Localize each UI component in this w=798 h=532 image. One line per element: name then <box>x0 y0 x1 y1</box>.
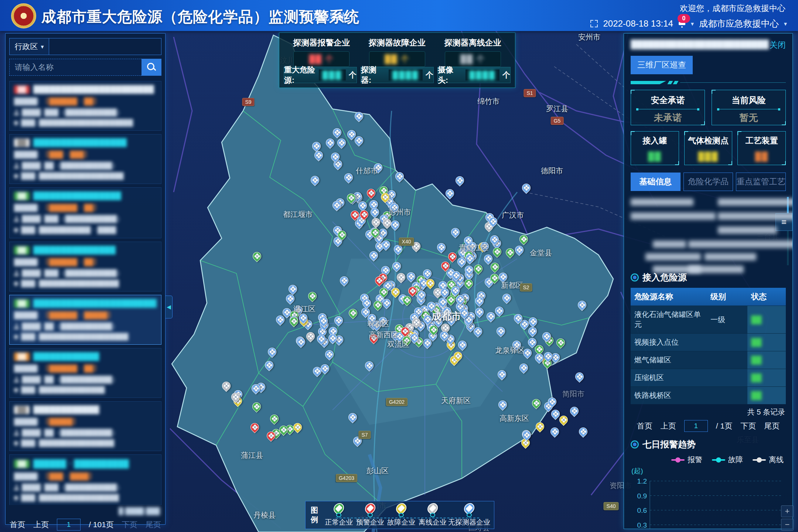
system-nav-button[interactable]: 系统导航 <box>302 11 346 23</box>
enterprise-name: ████████████ <box>33 352 99 361</box>
hazard-pagination: 首页 上页 / 1页 下页 尾页 <box>631 417 786 435</box>
enterprise-name: ███████████████████████ <box>33 299 157 308</box>
page-number-input[interactable] <box>57 519 81 531</box>
road-number-badge: S9 <box>242 98 254 106</box>
location-pin-icon <box>14 495 19 501</box>
search-icon <box>147 63 154 70</box>
status-badge: ██ <box>14 192 30 200</box>
enterprise-list-item[interactable]: ████████・███████████████:【███・████】████:… <box>9 454 161 505</box>
enterprise-list: █████████████████████████████:【██████・██… <box>9 81 161 505</box>
redacted-info-text <box>645 253 701 260</box>
enterprise-list-item[interactable]: █████████████████████████████:【██████・██… <box>9 81 161 131</box>
table-row[interactable]: 视频接入点位██ <box>631 334 786 351</box>
first-page-button[interactable]: 首页 <box>10 519 25 530</box>
status-badge: ██ <box>14 246 30 255</box>
map-city-label: 什邡市 <box>356 166 378 176</box>
redacted-info-text <box>705 253 756 260</box>
redacted-info-text <box>631 212 716 220</box>
notification-bell[interactable]: 0 <box>678 18 686 29</box>
scrollbar[interactable] <box>787 197 789 265</box>
sidebar-collapse-button[interactable]: ◀ <box>166 296 173 318</box>
map-city-label: 高新西区 <box>369 330 398 340</box>
detail-tab-2[interactable]: 重点监管工艺 <box>736 173 786 191</box>
trend-chart: 00.30.60.91.28-128-138-148-158-168-178-1… <box>631 476 786 529</box>
enterprise-list-item[interactable]: ███████████████████████:【██████・██】████:… <box>9 187 161 238</box>
location-pin-icon <box>14 334 19 340</box>
legend-item[interactable]: 故障 <box>712 455 743 465</box>
map-city-label: 彭州市 <box>389 207 411 217</box>
enterprise-list-item[interactable]: ██████████████████████████████:【██████・█… <box>9 295 161 345</box>
location-pin-icon <box>14 173 19 179</box>
last-page-button[interactable]: 尾页 <box>146 519 161 530</box>
first-page-button[interactable]: 首页 <box>637 421 652 431</box>
legend-item: 正常企业 <box>323 503 355 527</box>
map-city-label: 都江堰市 <box>283 209 313 219</box>
road-number-badge: G4202 <box>386 398 407 406</box>
detail-panel: ████████████████████████ 关闭 三维厂区巡查 安全承诺未… <box>624 33 793 529</box>
detail-tab-0[interactable]: 基础信息 <box>631 173 681 191</box>
page-number-input[interactable] <box>684 420 708 432</box>
map-city-label: 德阳市 <box>541 166 563 176</box>
close-button[interactable]: 关闭 <box>770 40 786 51</box>
grid-icon <box>302 13 308 21</box>
legend-item: 故障企业 <box>386 503 417 527</box>
sidebar-record-count: █ ████ ███ <box>9 507 160 515</box>
hazard-section-header: 接入危险源 <box>631 272 786 283</box>
status-badge: ██ <box>14 139 30 147</box>
patrol-3d-button[interactable]: 三维厂区巡查 <box>631 56 693 74</box>
system-nav-label: 系统导航 <box>312 11 346 23</box>
enterprise-list-item[interactable]: ███████████████████:【██████・██】████: ██（… <box>9 348 161 398</box>
legend-item[interactable]: 报警 <box>671 455 702 465</box>
trend-chart-legend: 报警故障离线 <box>633 455 784 465</box>
location-pin-icon <box>14 120 19 126</box>
detail-tab-1[interactable]: 危险化学品 <box>683 173 733 191</box>
map-zoom-out-button[interactable]: − <box>781 519 794 531</box>
svg-text:0.3: 0.3 <box>637 521 647 529</box>
enterprise-list-item[interactable]: ██████████████████████:【██████・██】████: … <box>9 242 161 291</box>
map-city-label: 双流区 <box>387 340 409 349</box>
prev-page-button[interactable]: 上页 <box>661 421 676 431</box>
district-filter-dropdown[interactable]: 行政区 ▾ <box>10 38 49 55</box>
location-pin-icon <box>14 440 19 446</box>
stats-column: 探测器故障企业██ 个 <box>359 36 435 67</box>
search-input[interactable] <box>9 59 141 76</box>
map-zoom-in-button[interactable]: + <box>781 505 794 517</box>
legend-item: 离线企业 <box>417 503 449 527</box>
enterprise-list-item[interactable]: ███████████████████:【█████】████: ██（████… <box>9 401 161 451</box>
fullscreen-icon[interactable] <box>590 20 598 27</box>
table-row[interactable]: 压缩机区██ <box>631 369 786 387</box>
chevron-down-icon[interactable]: ▾ <box>784 20 787 27</box>
stats-column: 探测器离线企业██ 个 <box>435 36 511 67</box>
next-page-button[interactable]: 下页 <box>122 519 137 530</box>
legend-item[interactable]: 离线 <box>753 455 784 465</box>
enterprise-name: ██████████████████████ <box>33 85 154 94</box>
location-pin-icon <box>14 227 19 233</box>
person-icon <box>14 216 19 222</box>
legend-item: 无探测器企业 <box>448 503 490 527</box>
road-number-badge: S7 <box>358 431 371 439</box>
prev-page-button[interactable]: 上页 <box>33 519 49 530</box>
org-dropdown[interactable]: 成都市应急救援中心 <box>699 18 779 30</box>
search-button[interactable] <box>141 59 161 76</box>
map-city-label: 安州市 <box>578 32 600 42</box>
enterprise-name: █████████████████ <box>33 138 127 147</box>
map-city-label: 天府新区 <box>441 396 471 406</box>
redacted-info-text <box>631 198 693 206</box>
map-city-label: 龙泉驿区 <box>495 345 525 355</box>
table-row[interactable]: 液化石油气储罐区单元一级██ <box>631 306 786 334</box>
app-logo-icon <box>11 3 36 28</box>
basic-info-section: ≡ <box>631 197 786 268</box>
map-city-label: 绵竹市 <box>477 96 499 106</box>
district-filter-value[interactable] <box>49 38 161 55</box>
table-row[interactable]: 铁路栈桥区██ <box>631 387 786 405</box>
datetime-text: 2022-08-18 13:14 <box>603 18 673 29</box>
app-root: 安州市汶川绵竹市罗江县什邡市德阳市广汉市都江堰市彭州市青白江区金堂县新都区温江区… <box>0 0 798 532</box>
next-page-button[interactable]: 下页 <box>740 421 756 431</box>
chevron-down-icon[interactable]: ▾ <box>691 20 694 27</box>
table-row[interactable]: 燃气储罐区██ <box>631 351 786 369</box>
last-page-button[interactable]: 尾页 <box>764 421 780 431</box>
enterprise-list-item[interactable]: ████████████████████████:【███・███】████: … <box>9 134 161 184</box>
stats-counter: 摄像头:████个 <box>437 67 511 83</box>
notification-badge: 0 <box>678 14 690 23</box>
person-icon <box>14 377 19 382</box>
